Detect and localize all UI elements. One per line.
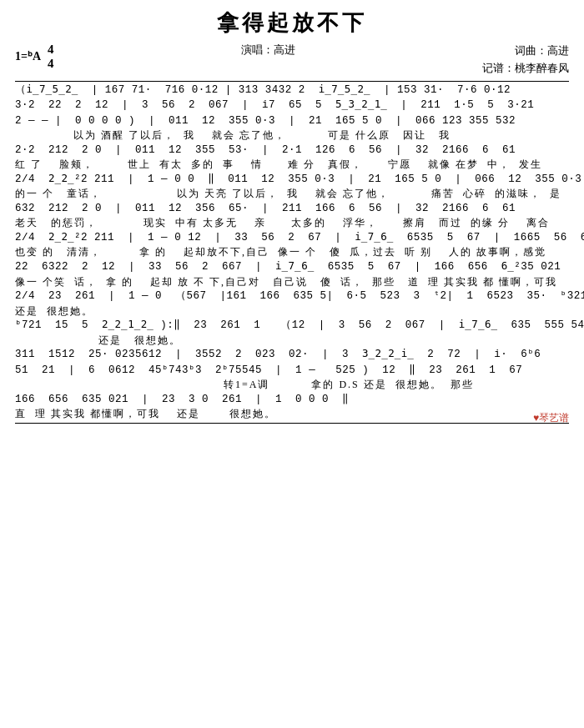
- lyric-line: 还是 很想她。: [15, 305, 569, 319]
- music-line: 632 212 2 0 | 011 12 356 65· | 211 166 6…: [15, 202, 569, 217]
- page: 拿得起放不下 1=ᵇA 4 4 演唱：高进 词曲：高进 记谱：桃李醉春风 （i̲…: [0, 0, 584, 434]
- lyric-line: 也变 的 清清， 拿 的 起却放不下,自己 像一 个 傻 瓜，过去 听 别 人的…: [15, 246, 569, 259]
- time-bottom: 4: [48, 57, 54, 71]
- music-line: 2 — — | 0 0 0 0 ) | 011 12 355 0·3 | 21 …: [15, 114, 569, 129]
- lyric-line: 像一 个笑 话， 拿 的 起却 放 不 下,自己对 自己说 傻 话， 那些 道 …: [15, 276, 569, 289]
- bottom-divider: [15, 423, 569, 424]
- music-line: 22 6322 2 12 | 33 56 2 667 | i̲7̲6̲ 6535…: [15, 260, 569, 275]
- transcriber-line: 记谱：桃李醉春风: [482, 60, 569, 78]
- music-line: 2·2 212 2 0 | 011 12 355 53· | 2·1 126 6…: [15, 143, 569, 158]
- lyric-line: 直 理 其实我 都懂啊，可我 还是 很想她。: [15, 408, 569, 421]
- music-line: 3·2 22 2 12 | 3 56 2 067 | i7 65 5 5̲3̲2…: [15, 98, 569, 113]
- meta-left: 1=ᵇA 4 4: [15, 43, 54, 70]
- meta-right: 词曲：高进 记谱：桃李醉春风: [482, 43, 569, 78]
- music-line: （i̲7̲5̲2̲ | 167 71· 716 0·12 | 313 3432 …: [15, 83, 569, 98]
- song-title: 拿得起放不下: [15, 8, 569, 38]
- lyric-line: 老天 的惩罚， 现实 中有 太多无 亲 太多的 浮华， 擦肩 而过 的缘 分 离…: [15, 217, 569, 230]
- music-line: 2/4 23 261 | 1 — 0 （567 |161 166 635 5| …: [15, 289, 569, 304]
- time-top: 4: [48, 43, 54, 57]
- music-line: 166 656 635 021 | 23 3 0 261 | 1 0 0 0 ‖: [15, 393, 569, 408]
- lyric-line: 的一 个 童话， 以为 天亮 了以后， 我 就会 忘了他， 痛苦 心碎 的滋味，…: [15, 188, 569, 201]
- lyric-line: 以为 酒醒 了以后， 我 就会 忘了他， 可是 什么原 因让 我: [15, 129, 569, 143]
- meta-row: 1=ᵇA 4 4 演唱：高进 词曲：高进 记谱：桃李醉春风: [15, 43, 569, 78]
- watermark: ♥琴艺谱: [533, 411, 569, 425]
- top-divider: [15, 81, 569, 82]
- music-line: ᵇ721 15 5 2̲2̲1̲2̲ ):‖ 23 261 1 （12 | 3 …: [15, 319, 569, 334]
- lyric-line: 红 了 脸颊， 世上 有太 多的 事 情 难 分 真假， 宁愿 就像 在梦 中，…: [15, 158, 569, 172]
- composer-line: 词曲：高进: [482, 43, 569, 60]
- transcriber: 桃李醉春风: [515, 62, 569, 74]
- lyric-line: 还是 很想她。: [15, 334, 569, 348]
- transcriber-label: 记谱：: [482, 62, 515, 74]
- music-line: 2/4 2̲2̲²2 211 | 1 — 0 0 ‖ 011 12 355 0·…: [15, 173, 569, 188]
- music-line: 51 21 | 6 0612 45ᵇ743ᵇ3 2ᵇ75545 | 1 — 52…: [15, 364, 569, 379]
- performer: 高进: [274, 43, 295, 56]
- key-signature: 1=ᵇA: [15, 49, 41, 63]
- music-line: 2/4 2̲2̲²2 211 | 1 — 0 12 | 33 56 2 67 |…: [15, 231, 569, 246]
- composer: 高进: [547, 44, 569, 57]
- music-line: 311 1512 25· 0235612 | 3552 2 023 02· | …: [15, 348, 569, 363]
- performer-label: 演唱：: [241, 43, 274, 56]
- time-signature: 4 4: [48, 43, 54, 70]
- composer-label: 词曲：: [515, 44, 547, 57]
- lyric-line: 转1=A调 拿的 D.S 还是 很想她。 那些: [15, 379, 569, 392]
- music-content: （i̲7̲5̲2̲ | 167 71· 716 0·12 | 313 3432 …: [15, 83, 569, 421]
- meta-center: 演唱：高进: [241, 43, 295, 58]
